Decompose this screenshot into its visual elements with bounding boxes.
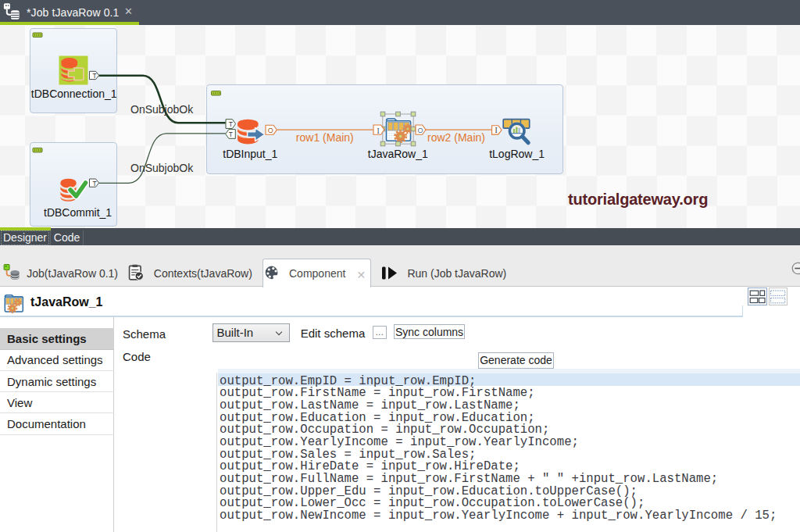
svg-text:T: T [93,72,97,80]
svg-text:T: T [93,179,97,187]
svg-text:T: T [229,120,233,128]
svg-text:T: T [229,130,233,138]
